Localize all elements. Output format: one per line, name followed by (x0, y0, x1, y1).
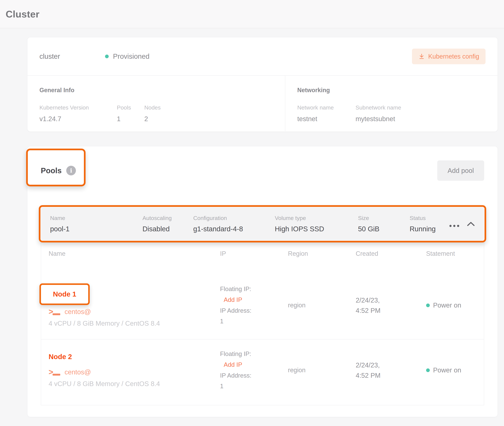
cluster-card: cluster Provisioned Kubernetes config Ge… (28, 37, 497, 131)
pool-block: Name pool-1 Autoscaling Disabled Configu… (41, 207, 484, 405)
field-value: mytestsubnet (355, 115, 401, 123)
ip-address-value: 1 (220, 316, 288, 327)
pool-field-value: Disabled (142, 225, 193, 233)
column-header-ip: IP (220, 250, 288, 272)
pool-field-value: Running (410, 225, 436, 233)
field-value: v1.24.7 (39, 115, 117, 123)
column-header-name: Name (41, 250, 220, 272)
ssh-console-link[interactable]: > centos@ (49, 308, 220, 316)
pool-field-label: Autoscaling (142, 215, 193, 221)
field-label: Kubernetes Version (39, 104, 117, 111)
column-header-statement: Statement (426, 250, 484, 272)
pool-field-name: Name pool-1 (50, 215, 142, 233)
floating-ip-label: Floating IP: (220, 284, 288, 295)
statement-label: Power on (433, 302, 461, 309)
node-name-cell: Node 2 > centos@ 4 vCPU / 8 GiB Memory /… (41, 353, 220, 388)
pools-heading: Pools (41, 166, 62, 175)
pool-field-value: 50 GiB (358, 225, 410, 233)
node-specs: 4 vCPU / 8 GiB Memory / CentOS 8.4 (49, 380, 220, 388)
table-header: Name IP Region Created Statement (41, 241, 484, 272)
add-ip-link[interactable]: Add IP (224, 359, 288, 370)
pool-field-value: g1-standard-4-8 (193, 225, 275, 233)
floating-ip-label: Floating IP: (220, 349, 288, 359)
created-date: 2/24/23, (356, 295, 426, 305)
ssh-user: centos@ (64, 369, 91, 376)
power-status-dot (426, 369, 430, 372)
column-header-created: Created (356, 250, 426, 272)
node-created: 2/24/23, 4:52 PM (356, 360, 426, 381)
pool-field-label: Size (358, 215, 410, 221)
info-field-pools: Pools 1 (117, 104, 144, 123)
page-header: Cluster (0, 0, 504, 28)
created-time: 4:52 PM (356, 305, 426, 316)
pools-card: Pools i Add pool Name pool-1 Autoscaling… (28, 146, 497, 417)
general-info-section: General Info Kubernetes Version v1.24.7 … (28, 76, 285, 131)
pool-field-status: Status Running (410, 215, 436, 233)
table-row: Node 2 > centos@ 4 vCPU / 8 GiB Memory /… (41, 339, 484, 405)
field-label: Nodes (144, 104, 161, 111)
field-value: testnet (297, 115, 355, 123)
download-icon (418, 53, 425, 60)
node-region: region (288, 367, 356, 374)
page-title: Cluster (6, 8, 39, 20)
field-label: Pools (117, 104, 144, 111)
pool-field-autoscaling: Autoscaling Disabled (142, 215, 193, 233)
node-ip-cell: Floating IP: Add IP IP Address: 1 (220, 349, 288, 392)
chevron-up-icon[interactable] (467, 221, 475, 226)
info-field-network-name: Network name testnet (297, 104, 355, 123)
add-pool-button[interactable]: Add pool (437, 160, 484, 181)
ip-address-label: IP Address: (220, 370, 288, 381)
node-statement: Power on (426, 302, 484, 309)
field-label: Network name (297, 104, 355, 111)
field-label: Subnetwork name (355, 104, 401, 111)
pool-field-configuration: Configuration g1-standard-4-8 (193, 215, 275, 233)
terminal-icon-underscore (53, 374, 60, 376)
info-field-nodes: Nodes 2 (144, 104, 161, 123)
cluster-card-body: General Info Kubernetes Version v1.24.7 … (28, 76, 497, 131)
node-name-cell: Node 1 > centos@ 4 vCPU / 8 GiB Memory /… (41, 283, 220, 327)
ip-address-value: 1 (220, 381, 288, 392)
field-value: 1 (117, 115, 144, 123)
field-value: 2 (144, 115, 161, 123)
pool-summary-row[interactable]: Name pool-1 Autoscaling Disabled Configu… (41, 207, 484, 241)
ip-address-label: IP Address: (220, 305, 288, 316)
kubernetes-config-button-label: Kubernetes config (428, 53, 479, 60)
column-header-region: Region (288, 250, 356, 272)
created-date: 2/24/23, (356, 360, 426, 370)
ssh-user: centos@ (64, 308, 91, 315)
info-icon[interactable]: i (66, 166, 76, 175)
annotation-node1-box: Node 1 (39, 283, 90, 305)
networking-section: Networking Network name testnet Subnetwo… (285, 76, 497, 131)
statement-label: Power on (433, 366, 461, 374)
pools-header: Pools i Add pool (41, 160, 484, 181)
cluster-card-header: cluster Provisioned Kubernetes config (28, 37, 497, 76)
power-status-dot (426, 304, 430, 307)
pool-field-value: High IOPS SSD (275, 225, 358, 233)
table-row: Node 1 > centos@ 4 vCPU / 8 GiB Memory /… (41, 272, 484, 339)
node-specs: 4 vCPU / 8 GiB Memory / CentOS 8.4 (49, 320, 220, 327)
pool-field-value: pool-1 (50, 225, 142, 233)
pool-field-size: Size 50 GiB (358, 215, 410, 233)
node-name-link[interactable]: Node 2 (49, 353, 72, 361)
ellipsis-menu-icon[interactable] (449, 225, 459, 227)
general-info-heading: General Info (39, 87, 285, 94)
node-created: 2/24/23, 4:52 PM (356, 295, 426, 316)
pool-field-label: Name (50, 215, 142, 221)
pool-field-volume-type: Volume type High IOPS SSD (275, 215, 358, 233)
cluster-status: Provisioned (105, 52, 149, 60)
add-ip-link[interactable]: Add IP (224, 295, 288, 305)
cluster-name: cluster (39, 52, 60, 60)
kubernetes-config-button[interactable]: Kubernetes config (412, 49, 485, 64)
ssh-console-link[interactable]: > centos@ (49, 368, 220, 376)
node-region: region (288, 302, 356, 309)
node-ip-cell: Floating IP: Add IP IP Address: 1 (220, 284, 288, 327)
terminal-icon-underscore (53, 313, 60, 315)
info-field-subnetwork-name: Subnetwork name mytestsubnet (355, 104, 401, 123)
pool-field-label: Status (410, 215, 436, 221)
provisioned-status-dot (105, 55, 109, 58)
cluster-status-label: Provisioned (113, 52, 149, 60)
node-table: Name IP Region Created Statement Node 1 … (41, 241, 484, 405)
node-name-link[interactable]: Node 1 (53, 290, 76, 298)
pool-field-label: Volume type (275, 215, 358, 221)
pool-field-label: Configuration (193, 215, 275, 221)
